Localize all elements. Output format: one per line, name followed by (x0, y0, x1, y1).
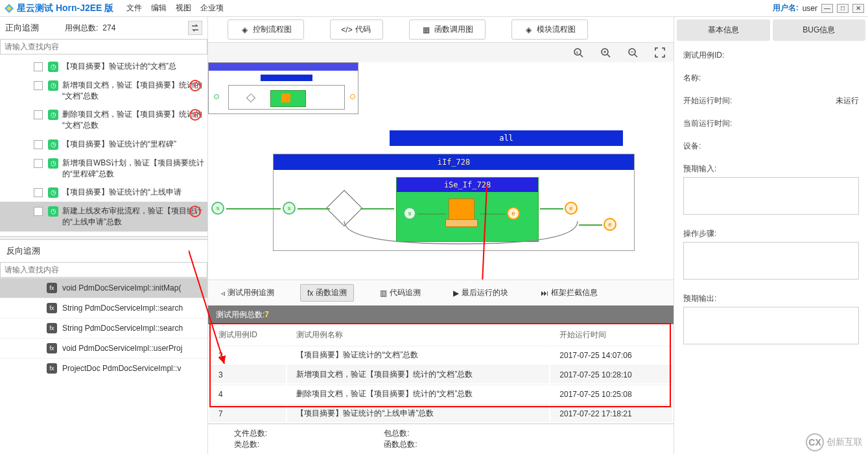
maximize-button[interactable]: □ (837, 4, 849, 13)
table-row[interactable]: 7【项目摘要】验证统计的“上线申请”总数2017-07-22 17:18:21 (209, 404, 672, 422)
reverse-search-input[interactable] (0, 262, 207, 278)
col-id[interactable]: 测试用例ID (209, 326, 286, 344)
function-label: void PdmDocServiceImpl::userProj (62, 344, 182, 353)
fx-icon: fx (47, 363, 57, 374)
close-button[interactable]: ✕ (852, 4, 864, 13)
forward-search-input[interactable] (0, 39, 207, 54)
tree-item-label: 【项目摘要】验证统计的“文档”总 (62, 61, 205, 72)
value-start-time: 未运行 (836, 95, 859, 106)
subtab-last-block[interactable]: ▶最后运行的块 (447, 284, 515, 302)
label-expected-input: 预期输入: (683, 163, 859, 174)
function-item[interactable]: fxString PdmDocServiceImpl::search (0, 318, 207, 338)
tree-item[interactable]: ◷新建上线发布审批流程，验证【项目统计的“上线申请”总数! (0, 202, 207, 232)
tree-item[interactable]: ◷删除项目文档，验证【项目摘要】统计的“文档”总数F (0, 105, 207, 135)
table-row[interactable]: 4删除项目文档，验证【项目摘要】统计的“文档”总数2017-07-25 10:2… (209, 385, 672, 403)
forward-trace-title: 正向追溯 (5, 22, 39, 34)
forward-trace-list[interactable]: ◷【项目摘要】验证统计的“文档”总◷新增项目文档，验证【项目摘要】统计的“文档”… (0, 54, 207, 236)
watermark: CX 创新互联 (806, 433, 863, 451)
function-label: ProjectDoc PdmDocServiceImpl::v (62, 364, 181, 373)
svg-line-3 (580, 54, 583, 57)
function-label: void PdmDocServiceImpl::initMap( (62, 283, 181, 293)
swap-icon[interactable] (188, 21, 202, 35)
minimap[interactable] (208, 62, 358, 114)
svg-text:±: ± (576, 49, 579, 55)
function-item[interactable]: fxProjectDoc PdmDocServiceImpl::v (0, 358, 207, 378)
fx-icon: fx (47, 343, 57, 353)
case-count-label: 用例总数: (65, 23, 98, 34)
expected-input-field[interactable] (683, 177, 859, 215)
tab-module-flow[interactable]: ◈模块流程图 (511, 19, 588, 40)
tree-item-label: 新建上线发布审批流程，验证【项目统计的“上线申请”总数 (62, 206, 205, 228)
reverse-trace-title: 反向追溯 (0, 240, 207, 262)
function-item[interactable]: fxString PdmDocServiceImpl::search (0, 298, 207, 318)
col-name[interactable]: 测试用例名称 (287, 326, 549, 344)
menu-view[interactable]: 视图 (176, 3, 191, 14)
table-cell: 3 (209, 365, 286, 383)
flow-toolbar: ± (208, 43, 674, 62)
table-cell: 删除项目文档，验证【项目摘要】统计的“文档”总数 (287, 385, 549, 403)
case-count-value: 274 (102, 23, 116, 33)
flow-chart-area[interactable]: all iIf_728 iSe_If_728 s e s s e (208, 62, 674, 280)
expected-output-field[interactable] (683, 307, 859, 344)
table-row[interactable]: 2【项目摘要】验证统计的“文档”总数2017-07-25 14:07:06 (209, 346, 672, 364)
username-value: user (803, 4, 817, 13)
subtab-function-trace[interactable]: fx函数追溯 (300, 284, 354, 302)
class-count-label: 类总数: (234, 439, 267, 450)
fx-icon: fx (47, 283, 57, 293)
footer-stats: 文件总数: 类总数: 包总数: 函数总数: (208, 424, 674, 454)
flow-icon: ◈ (240, 25, 249, 34)
menu-enterprise[interactable]: 企业项 (200, 3, 224, 14)
label-steps: 操作步骤: (683, 228, 859, 239)
testcase-icon: ◷ (48, 187, 58, 198)
app-logo-icon (4, 3, 14, 14)
pkg-count-label: 包总数: (384, 428, 417, 439)
tree-item[interactable]: ◷新增项目文档，验证【项目摘要】统计的“文档”总数F (0, 76, 207, 106)
tree-item[interactable]: ◷【项目摘要】验证统计的“文档”总 (0, 57, 207, 76)
label-case-id: 测试用例ID: (683, 50, 724, 61)
flow-all-block[interactable]: all (390, 130, 623, 146)
label-expected-output: 预期输出: (683, 293, 859, 304)
tree-item[interactable]: ◷【项目摘要】验证统计的“里程碑” (0, 135, 207, 154)
table-cell: 4 (209, 385, 286, 403)
tab-callgraph[interactable]: ▦函数调用图 (409, 19, 486, 40)
testcase-icon: ◷ (48, 62, 58, 72)
username-label: 用户名: (773, 3, 799, 14)
subtab-testcase-trace[interactable]: ◃测试用例追溯 (215, 284, 281, 302)
tab-basic-info[interactable]: 基本信息 (677, 19, 770, 41)
center-panel: ◈控制流程图 </>代码 ▦函数调用图 ◈模块流程图 ± (208, 17, 674, 454)
fx-icon: fx (47, 323, 57, 333)
minimize-button[interactable]: — (821, 4, 833, 13)
tab-code[interactable]: </>代码 (330, 19, 383, 40)
flow-chart: all iIf_728 iSe_If_728 s e s s e (221, 117, 661, 273)
tree-item-label: 新增项目WBS计划，验证【项目摘要统计的“里程碑”总数 (62, 158, 205, 180)
menu-file[interactable]: 文件 (126, 3, 142, 14)
trace-sub-tabs: ◃测试用例追溯 fx函数追溯 ▥代码追溯 ▶最后运行的块 ⏭框架拦截信息 (208, 280, 674, 305)
testcase-icon: ◷ (48, 206, 58, 217)
module-icon: ◈ (524, 25, 533, 34)
table-row[interactable]: 3新增项目文档，验证【项目摘要】统计的“文档”总数2017-07-25 10:2… (209, 365, 672, 383)
col-time[interactable]: 开始运行时间 (550, 326, 672, 344)
reverse-trace-list[interactable]: fxvoid PdmDocServiceImpl::initMap(fxStri… (0, 278, 207, 454)
trace-icon: ◃ (221, 289, 225, 298)
result-table-wrap: 测试用例ID 测试用例名称 开始运行时间 2【项目摘要】验证统计的“文档”总数2… (208, 324, 674, 424)
function-item[interactable]: fxvoid PdmDocServiceImpl::userProj (0, 338, 207, 358)
fullscreen-icon[interactable] (653, 45, 667, 60)
zoom-in-icon[interactable] (598, 45, 613, 60)
testcase-icon: ◷ (48, 158, 58, 169)
tree-item[interactable]: ◷新增项目WBS计划，验证【项目摘要统计的“里程碑”总数 (0, 154, 207, 184)
code-icon: </> (342, 25, 351, 34)
menu-edit[interactable]: 编辑 (151, 3, 167, 14)
subtab-code-trace[interactable]: ▥代码追溯 (373, 284, 427, 302)
tab-bug-info[interactable]: BUG信息 (773, 19, 866, 41)
result-table[interactable]: 测试用例ID 测试用例名称 开始运行时间 2【项目摘要】验证统计的“文档”总数2… (208, 324, 674, 424)
tree-item-label: 【项目摘要】验证统计的“上线申请 (62, 187, 205, 198)
zoom-out-icon[interactable] (626, 45, 640, 60)
zoom-fit-icon[interactable]: ± (571, 45, 585, 60)
function-item[interactable]: fxvoid PdmDocServiceImpl::initMap( (0, 278, 207, 298)
subtab-framework-intercept[interactable]: ⏭框架拦截信息 (534, 284, 604, 302)
table-cell: 7 (209, 404, 286, 422)
tree-item[interactable]: ◷【项目摘要】验证统计的“上线申请 (0, 183, 207, 202)
steps-field[interactable] (683, 242, 859, 280)
tab-control-flow[interactable]: ◈控制流程图 (228, 19, 304, 40)
label-start-time: 开始运行时间: (683, 95, 732, 106)
